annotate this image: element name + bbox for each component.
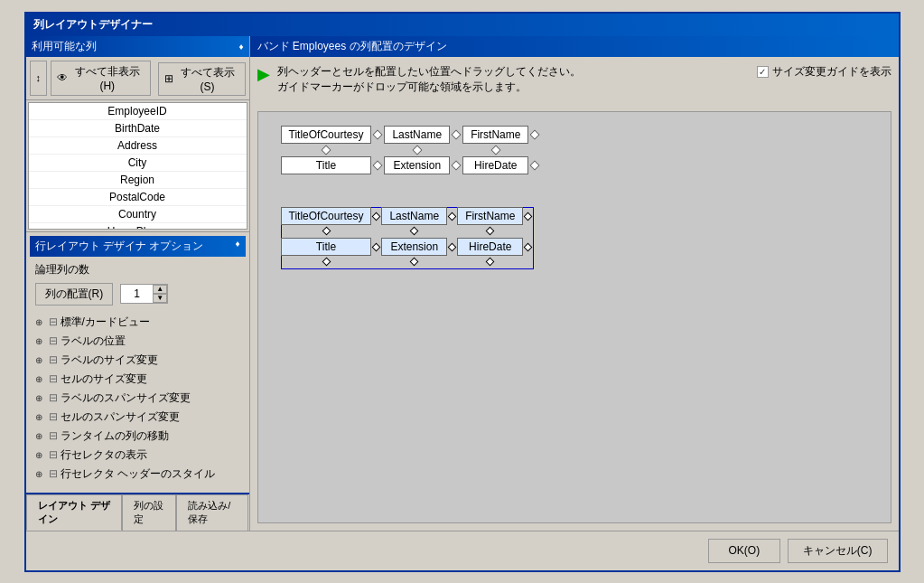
sel-cell-hiredate[interactable]: HireDate [458, 238, 523, 255]
resize-handle[interactable] [448, 242, 457, 251]
hide-all-button[interactable]: 👁 すべて非表示(H) [51, 61, 151, 96]
tree-item-row-selector-style[interactable]: ⊕ ⊟ 行セレクタ ヘッダーのスタイル [35, 465, 240, 484]
options-panel: 行レイアウト デザイナ オプション ♦ 論理列の数 列の配置(R) [26, 231, 249, 493]
column-item-employeeid[interactable]: EmployeeID [29, 103, 247, 120]
grid-icon: ⊞ [164, 72, 173, 85]
resize-handle[interactable] [372, 242, 381, 251]
resize-handle[interactable] [322, 257, 331, 266]
column-item-country[interactable]: Country [29, 206, 247, 223]
main-dialog: 列レイアウトデザイナー 利用可能な列 ♦ ↕ 👁 すべて非表示(H) [24, 12, 901, 572]
tree-label: ラベルのサイズ変更 [61, 353, 158, 368]
show-guide-row: サイズ変更ガイドを表示 [757, 64, 891, 80]
band-table-selected: TitleOfCourtesy LastName FirstName [281, 207, 535, 269]
right-panel-header: バンド Employees の列配置のデザイン [250, 36, 899, 57]
sort-button[interactable]: ↕ [30, 61, 48, 96]
sel-cell-title[interactable]: Title [281, 238, 371, 255]
arrange-input[interactable] [121, 286, 153, 302]
sel-cell-titleofcourtesy[interactable]: TitleOfCourtesy [281, 207, 371, 224]
resize-handle[interactable] [486, 226, 495, 235]
instruction-text: 列ヘッダーとセルを配置したい位置へドラッグしてください。 ガイドマーカーがドロッ… [277, 64, 581, 95]
resize-handle[interactable] [490, 145, 500, 155]
sel-cell-lastname[interactable]: LastName [382, 207, 447, 224]
resize-handle[interactable] [486, 257, 495, 266]
tree-item-cell-span[interactable]: ⊕ ⊟ セルのスパンサイズ変更 [35, 408, 240, 427]
column-item-birthdate[interactable]: BirthDate [29, 120, 247, 137]
table-cell-extension[interactable]: Extension [385, 156, 450, 174]
resize-handle[interactable] [373, 129, 383, 139]
tree-item-runtime-move[interactable]: ⊕ ⊟ ランタイムの列の移動 [35, 427, 240, 446]
spinner-buttons: ▲ ▼ [153, 285, 167, 303]
resize-handle[interactable] [448, 212, 457, 221]
tree-label: 行セレクタ ヘッダーのスタイル [61, 466, 215, 482]
resize-handle[interactable] [410, 257, 419, 266]
sel-cell-firstname[interactable]: FirstName [458, 207, 523, 224]
expand-icon: ⊕ [35, 450, 46, 460]
empty-cell [371, 143, 385, 156]
empty [371, 224, 382, 238]
tab-column-settings[interactable]: 列の設定 [122, 494, 177, 531]
resize-handle[interactable] [412, 145, 422, 155]
tree-label: セルのサイズ変更 [61, 371, 147, 387]
empty2 [447, 224, 458, 238]
expand-icon: ⊕ [35, 355, 46, 365]
show-all-button[interactable]: ⊞ すべて表示(S) [158, 62, 246, 96]
resize-handle[interactable] [410, 226, 419, 235]
resize-handle[interactable] [321, 145, 331, 155]
expand-icon: ⊕ [35, 393, 46, 403]
tree-item-standard[interactable]: ⊕ ⊟ 標準/カードビュー [35, 313, 240, 332]
resize-handle[interactable] [530, 160, 540, 170]
handle-cell4 [371, 156, 385, 174]
arrange-spinner[interactable]: ▲ ▼ [120, 284, 168, 304]
resize-handle[interactable] [530, 129, 540, 139]
tree-item-row-selector[interactable]: ⊕ ⊟ 行セレクタの表示 [35, 446, 240, 465]
handle-bottom2 [385, 143, 450, 156]
handle-bottom3 [463, 143, 528, 156]
column-item-city[interactable]: City [29, 155, 247, 172]
sel-cell-extension[interactable]: Extension [382, 238, 447, 255]
table-cell-titleofcourtesy[interactable]: TitleOfCourtesy [281, 126, 371, 143]
table-cell-lastname[interactable]: LastName [385, 126, 450, 143]
ok-button[interactable]: OK(O) [708, 539, 780, 563]
table-cell-firstname[interactable]: FirstName [463, 126, 528, 143]
bottom-handle2 [382, 224, 447, 238]
final-handle2 [382, 255, 447, 268]
resize-handle[interactable] [372, 212, 381, 221]
resize-handle[interactable] [322, 226, 331, 235]
table-row-selected1: TitleOfCourtesy LastName FirstName [281, 207, 534, 224]
tree-list: ⊕ ⊟ 標準/カードビュー ⊕ ⊟ ラベルの位置 ⊕ ⊟ [35, 313, 240, 484]
column-item-address[interactable]: Address [29, 137, 247, 155]
tab-load-save[interactable]: 読み込み/保存 [176, 494, 248, 531]
tree-label: セルのスパンサイズ変更 [61, 409, 180, 425]
resize-handle[interactable] [451, 160, 461, 170]
show-guide-checkbox[interactable] [757, 66, 769, 78]
spinner-down[interactable]: ▼ [153, 294, 167, 303]
dialog-footer: OK(O) キャンセル(C) [26, 531, 899, 570]
tree-item-label-resize[interactable]: ⊕ ⊟ ラベルのサイズ変更 [35, 351, 240, 370]
tab-layout-design[interactable]: レイアウト デザイン [26, 494, 122, 531]
band-table-top: TitleOfCourtesy LastName FirstName [281, 126, 542, 174]
tree-item-label-span[interactable]: ⊕ ⊟ ラベルのスパンサイズ変更 [35, 389, 240, 408]
table-cell-hiredate[interactable]: HireDate [463, 156, 528, 174]
final-handle1 [281, 255, 371, 268]
arrange-button[interactable]: 列の配置(R) [35, 283, 114, 306]
tree-item-cell-resize[interactable]: ⊕ ⊟ セルのサイズ変更 [35, 370, 240, 389]
resize-handle[interactable] [451, 129, 461, 139]
design-area[interactable]: TitleOfCourtesy LastName FirstName [257, 111, 891, 523]
resize-handle[interactable] [373, 160, 383, 170]
left-section: 利用可能な列 ♦ ↕ 👁 すべて非表示(H) ⊞ すべて表示(S) [26, 36, 249, 531]
table-cell-title[interactable]: Title [281, 156, 371, 174]
column-item-homephone[interactable]: HomePhone [29, 223, 247, 230]
play-icon: ▶ [257, 64, 270, 84]
empty-cell2 [450, 143, 463, 156]
bottom-handle3 [458, 224, 523, 238]
resize-handle[interactable] [524, 242, 533, 251]
cancel-button[interactable]: キャンセル(C) [788, 539, 888, 563]
table-row-bottom-handles [281, 255, 534, 268]
tree-item-label-pos[interactable]: ⊕ ⊟ ラベルの位置 [35, 332, 240, 351]
column-item-region[interactable]: Region [29, 172, 247, 189]
handle-cell6 [528, 156, 542, 174]
table-row-between [281, 224, 534, 238]
resize-handle[interactable] [524, 212, 533, 221]
column-item-postalcode[interactable]: PostalCode [29, 189, 247, 206]
spinner-up[interactable]: ▲ [153, 285, 167, 294]
